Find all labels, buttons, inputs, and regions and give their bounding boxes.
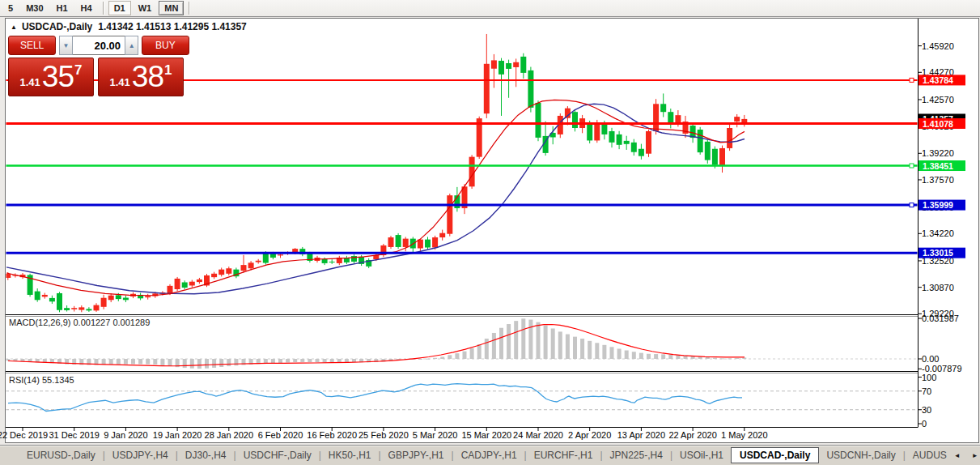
hline-price-badge-text: 1.35999: [923, 200, 953, 210]
timeframe-toolbar: 5M30H1H4D1W1MN: [0, 0, 980, 17]
x-axis-date-label: 24 Mar 2020: [513, 430, 563, 440]
hline-price-badge: 1.41078: [918, 118, 965, 129]
symbol-tab-usoil-h1[interactable]: USOil-,H1: [672, 447, 731, 463]
y-axis-label: 1.30870: [922, 283, 954, 292]
timeframe-button-D1[interactable]: D1: [108, 1, 131, 15]
one-click-trading-panel: SELL ▼ ▲ BUY 1.41 35 7 1.41 38 1: [8, 36, 189, 96]
y-axis-label: 1.37570: [922, 175, 954, 185]
buy-price-pip: 1: [164, 62, 172, 79]
x-axis-date-label: 1 May 2020: [721, 430, 767, 440]
sell-price-big: 35: [42, 61, 74, 93]
buy-price-big: 38: [132, 61, 163, 93]
symbol-tab-hk50-h1[interactable]: HK50-,H1: [321, 447, 379, 463]
timeframe-button-M30[interactable]: M30: [20, 1, 49, 15]
buy-price-prefix: 1.41: [110, 76, 130, 88]
buy-button[interactable]: BUY: [142, 36, 189, 55]
sell-price-pip: 7: [74, 62, 82, 79]
tabs-scroll-left-button[interactable]: ◄: [954, 452, 961, 459]
symbol-tab-eurusd-daily[interactable]: EURUSD-,Daily: [19, 447, 103, 463]
rsi-scale-label: 100: [922, 373, 936, 382]
timeframe-button-W1[interactable]: W1: [133, 1, 158, 15]
x-axis-date-label: 6 Feb 2020: [258, 430, 303, 440]
y-axis-label: 1.42570: [922, 95, 954, 105]
symbol-tab-audus[interactable]: AUDUS: [906, 447, 954, 463]
volume-input[interactable]: [73, 36, 125, 55]
hline-handle: [910, 78, 914, 82]
x-axis-date-label: 25 Feb 2020: [358, 430, 409, 440]
symbol-tab-usdjpy-h4[interactable]: USDJPY-,H4: [105, 447, 176, 463]
hline-price-badge: 1.43784: [918, 75, 965, 85]
x-axis-date-label: 13 Apr 2020: [617, 430, 665, 440]
x-axis-date-label: 19 Jan 2020: [153, 430, 202, 440]
symbol-tab-cadjpy-h1[interactable]: CADJPY-,H1: [454, 447, 524, 463]
x-axis-date-label: 22 Dec 2019: [0, 430, 48, 440]
hline-price-badge-text: 1.38451: [923, 161, 953, 171]
timeframe-button-H4[interactable]: H4: [75, 1, 98, 15]
y-axis-label: 1.45920: [922, 41, 954, 51]
symbol-tab-gbpjpy-h1[interactable]: GBPJPY-,H1: [381, 447, 452, 463]
symbol-tab-jpn225-h4[interactable]: JPN225-,H4: [603, 447, 670, 463]
y-axis-label: 1.39220: [922, 148, 954, 158]
collapse-arrow-icon[interactable]: ▲: [11, 23, 17, 31]
rsi-indicator-label: RSI(14) 55.1345: [9, 375, 74, 385]
rsi-scale-label: 30: [922, 405, 931, 415]
hline-price-badge-text: 1.43784: [923, 75, 953, 85]
x-axis-date-label: 22 Apr 2020: [668, 430, 716, 440]
macd-scale-label: 0.031987: [922, 314, 959, 323]
chart-symbol-label: USDCAD-,Daily: [22, 21, 92, 32]
hline-price-badge-text: 1.41078: [923, 119, 953, 129]
chart-title: ▲ USDCAD-,Daily 1.41342 1.41513 1.41295 …: [11, 21, 247, 32]
tabs-scroll-right-button[interactable]: ►: [972, 452, 978, 459]
toolbar-separator: [189, 2, 189, 15]
volume-decrease-button[interactable]: ▼: [59, 36, 73, 55]
x-axis-date-label: 31 Dec 2019: [49, 430, 100, 440]
hline-handle: [910, 203, 914, 207]
hline-handle: [910, 164, 914, 168]
toolbar-separator: [103, 2, 104, 15]
chart-ohlc-values: 1.41342 1.41513 1.41295 1.41357: [98, 21, 247, 32]
sell-button[interactable]: SELL: [8, 36, 56, 55]
timeframe-button-5[interactable]: 5: [2, 1, 19, 15]
symbol-tab-usdchf-daily[interactable]: USDCHF-,Daily: [236, 447, 319, 463]
hline-price-badge: 1.33015: [918, 248, 965, 258]
x-axis-date-label: 16 Feb 2020: [307, 430, 357, 440]
rsi-scale-label: 0: [922, 419, 927, 429]
timeframe-button-MN[interactable]: MN: [159, 1, 184, 15]
symbol-tab-usdcnh-daily[interactable]: USDCNH-,Daily: [819, 447, 902, 463]
macd-indicator-label: MACD(12,26,9) 0.001227 0.001289: [9, 318, 150, 327]
symbol-tab-eurchf-h1[interactable]: EURCHF-,H1: [527, 447, 600, 463]
y-axis-label: 1.34220: [922, 228, 954, 238]
symbol-tab-usdcad-daily[interactable]: USDCAD-,Daily: [731, 447, 819, 463]
rsi-scale-label: 70: [922, 386, 931, 396]
buy-price-button[interactable]: 1.41 38 1: [98, 58, 184, 96]
x-axis-date-label: 15 Mar 2020: [461, 430, 511, 440]
symbol-tab-dj30-h4[interactable]: DJ30-,H4: [178, 447, 234, 463]
x-axis-date-label: 5 Mar 2020: [413, 430, 458, 440]
hline-price-badge: 1.35999: [918, 200, 965, 211]
hline-price-badge-text: 1.33015: [923, 248, 953, 258]
x-axis-date-label: 28 Jan 2020: [205, 430, 254, 440]
x-axis-date-label: 2 Apr 2020: [568, 430, 611, 440]
symbol-tab-bar: EURUSD-,Daily|USDJPY-,H4|DJ30-,H4|USDCHF…: [0, 445, 980, 465]
macd-scale-label: 0.00: [922, 354, 939, 364]
timeframe-button-H1[interactable]: H1: [51, 1, 74, 15]
hline-price-badge: 1.38451: [918, 160, 965, 171]
volume-increase-button[interactable]: ▲: [125, 36, 138, 55]
x-axis-date-label: 9 Jan 2020: [104, 430, 147, 440]
sell-price-button[interactable]: 1.41 35 7: [8, 58, 94, 96]
sell-price-prefix: 1.41: [20, 76, 40, 88]
